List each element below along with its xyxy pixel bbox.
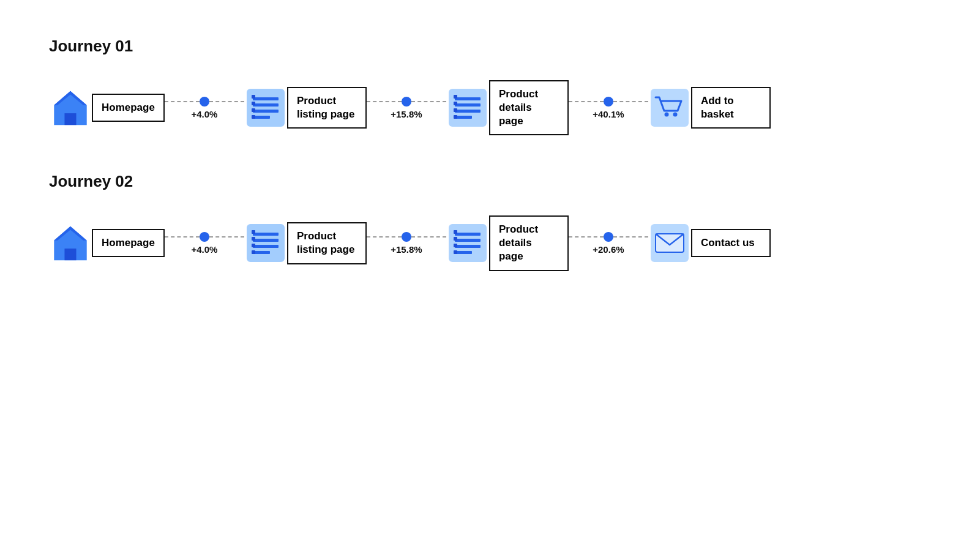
mail-icon [648, 222, 691, 264]
node-contact-2: Contact us [648, 222, 771, 264]
dashed-line [209, 101, 244, 102]
dashed-line [613, 101, 648, 102]
svg-rect-25 [64, 249, 76, 260]
connector-2-3: +20.6% [569, 232, 648, 255]
svg-rect-4 [253, 97, 279, 100]
home-icon [49, 86, 92, 129]
homepage-1-label: Homepage [92, 94, 165, 122]
homepage-2-label: Homepage [92, 229, 165, 257]
svg-rect-32 [252, 230, 255, 234]
journey-01-flow: Homepage +4.0% [49, 80, 931, 135]
basket-1-label: Add to basket [691, 87, 771, 129]
list-icon-3 [244, 222, 287, 264]
connector-dot [200, 232, 209, 242]
journey-02-section: Journey 02 Homepage +4.0% [49, 172, 931, 271]
connector-1-1-pct: +4.0% [165, 109, 244, 119]
dashed-line [367, 101, 402, 102]
svg-rect-6 [253, 110, 279, 113]
dashed-line [613, 236, 648, 238]
dashed-line [569, 236, 604, 238]
svg-rect-28 [253, 233, 279, 236]
svg-rect-30 [253, 245, 279, 248]
svg-rect-34 [252, 244, 255, 247]
svg-rect-29 [253, 239, 279, 242]
connector-2-1-pct: +4.0% [165, 244, 244, 255]
dashed-line [411, 236, 446, 238]
svg-rect-33 [252, 237, 255, 241]
svg-rect-17 [454, 95, 457, 99]
svg-rect-37 [455, 233, 481, 236]
svg-rect-3 [247, 89, 285, 127]
node-homepage-2: Homepage [49, 222, 165, 264]
svg-rect-10 [252, 108, 255, 112]
svg-rect-7 [253, 116, 270, 119]
home-icon-2 [49, 222, 92, 264]
dashed-line [411, 101, 446, 102]
svg-rect-14 [455, 103, 481, 107]
connector-dot [402, 97, 411, 107]
svg-rect-39 [455, 245, 481, 248]
svg-rect-38 [455, 239, 481, 242]
svg-rect-8 [252, 95, 255, 99]
dashed-line [165, 101, 200, 102]
svg-rect-35 [252, 250, 255, 254]
svg-rect-36 [449, 224, 487, 262]
svg-rect-20 [454, 115, 457, 119]
pdp-1-label: Product details page [489, 80, 569, 135]
dashed-line [209, 236, 244, 238]
plp-2-label: Product listing page [287, 222, 367, 264]
svg-rect-31 [253, 251, 270, 254]
svg-rect-19 [454, 108, 457, 112]
svg-rect-42 [454, 237, 457, 241]
connector-1-3: +40.1% [569, 97, 648, 119]
journey-02-flow: Homepage +4.0% [49, 215, 931, 271]
dashed-line [165, 236, 200, 238]
journey-02-title: Journey 02 [49, 172, 931, 191]
list-icon-1 [244, 86, 287, 129]
connector-dot [200, 97, 209, 107]
node-basket-1: Add to basket [648, 86, 771, 129]
svg-rect-18 [454, 102, 457, 105]
node-plp-1: Product listing page [244, 86, 367, 129]
connector-1-2: +15.8% [367, 97, 446, 119]
svg-point-23 [673, 113, 677, 117]
cart-icon [648, 86, 691, 129]
svg-rect-43 [454, 244, 457, 247]
pdp-2-label: Product details page [489, 215, 569, 271]
svg-rect-11 [252, 115, 255, 119]
connector-dot [604, 97, 613, 107]
svg-rect-41 [454, 230, 457, 234]
dashed-line [569, 101, 604, 102]
dashed-line [367, 236, 402, 238]
svg-rect-9 [252, 102, 255, 105]
svg-rect-16 [455, 116, 472, 119]
svg-rect-44 [454, 250, 457, 254]
connector-dot [402, 232, 411, 242]
list-icon-2 [446, 86, 489, 129]
contact-2-label: Contact us [691, 229, 771, 257]
svg-rect-27 [247, 224, 285, 262]
connector-2-1: +4.0% [165, 232, 244, 255]
connector-2-3-pct: +20.6% [569, 244, 648, 255]
node-pdp-1: Product details page [446, 80, 569, 135]
svg-rect-21 [651, 89, 689, 127]
journey-01-section: Journey 01 Homepage +4.0% [49, 37, 931, 135]
connector-dot [604, 232, 613, 242]
node-pdp-2: Product details page [446, 215, 569, 271]
svg-rect-40 [455, 251, 472, 254]
connector-1-2-pct: +15.8% [367, 109, 446, 119]
connector-2-2-pct: +15.8% [367, 244, 446, 255]
plp-1-label: Product listing page [287, 87, 367, 129]
svg-rect-12 [449, 89, 487, 127]
node-plp-2: Product listing page [244, 222, 367, 264]
svg-point-22 [664, 113, 668, 117]
svg-rect-15 [455, 110, 481, 113]
svg-rect-1 [64, 113, 76, 125]
connector-1-3-pct: +40.1% [569, 109, 648, 119]
journey-01-title: Journey 01 [49, 37, 931, 56]
svg-rect-13 [455, 97, 481, 100]
connector-2-2: +15.8% [367, 232, 446, 255]
node-homepage-1: Homepage [49, 86, 165, 129]
svg-rect-5 [253, 103, 279, 107]
list-icon-4 [446, 222, 489, 264]
